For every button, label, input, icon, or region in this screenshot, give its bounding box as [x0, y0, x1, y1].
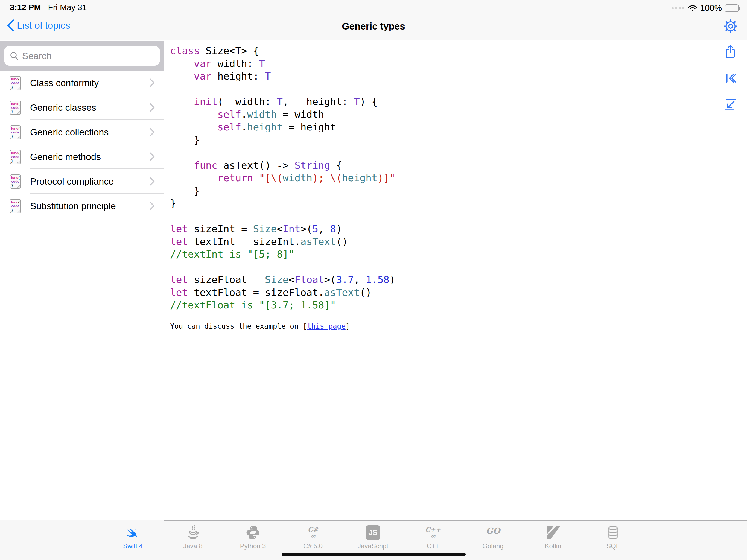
code-line: let textInt = sizeInt.asText(): [170, 235, 395, 248]
code-line: //textFloat is "[3.7; 1.58]": [170, 299, 395, 312]
battery-icon: [725, 4, 739, 12]
status-date: Fri May 31: [48, 3, 87, 12]
tab-label: Python 3: [223, 542, 283, 550]
cellular-dots-icon: [672, 7, 685, 9]
python-icon: [245, 525, 261, 540]
tab-label: Kotlin: [523, 542, 583, 550]
skip-to-start-icon: [723, 71, 737, 85]
discuss-text: You can discuss the example on [this pag…: [170, 320, 350, 333]
code-doc-icon: func{ code }: [10, 175, 21, 189]
top-chrome: 3:12 PM Fri May 31 100% List of topics G…: [0, 0, 747, 41]
search-header: Search: [0, 41, 164, 71]
topic-label: Generic collections: [30, 120, 108, 144]
code-line: //textInt is "[5; 8]": [170, 248, 395, 261]
tab-label: Java 8: [163, 542, 223, 550]
js-icon: JS: [366, 525, 380, 540]
code-line: [170, 210, 395, 223]
tab-label: Golang: [463, 542, 523, 550]
code-doc-icon: func{ code }: [10, 76, 21, 90]
code-doc-icon: func{ code }: [10, 125, 21, 139]
code-line: var height: T: [170, 70, 395, 83]
code-line: let sizeInt = Size<Int>(5, 8): [170, 223, 395, 235]
topic-label: Protocol compliance: [30, 169, 114, 194]
code-doc-icon: func{ code }: [10, 199, 21, 213]
golang-icon: GO: [486, 527, 500, 538]
tab-label: C++: [403, 542, 463, 550]
search-placeholder: Search: [22, 51, 52, 61]
code-line: class Size<T> {: [170, 45, 395, 57]
home-indicator[interactable]: [282, 553, 466, 556]
sidebar-topic-row[interactable]: func{ code } Substitution principle: [0, 194, 164, 218]
tab-sql[interactable]: SQL: [583, 520, 643, 560]
code-line: init(_ width: T, _ height: T) {: [170, 96, 395, 108]
csharp-icon: C# ∞: [308, 526, 318, 539]
code-line: return "[\(width); \(height)]": [170, 172, 395, 184]
code-line: [170, 146, 395, 159]
battery-percent: 100%: [700, 3, 722, 13]
tab-label: C# 5.0: [283, 542, 343, 550]
topic-label: Generic classes: [30, 95, 96, 120]
tab-golang[interactable]: GO Golang: [463, 520, 523, 560]
status-time: 3:12 PM: [10, 3, 41, 12]
chevron-right-icon: [149, 127, 155, 137]
skip-to-start-button[interactable]: [723, 71, 737, 85]
sidebar: Search func{ code } Class conformity fun…: [0, 41, 164, 520]
tab-label: SQL: [583, 542, 643, 550]
page-title: Generic types: [0, 21, 747, 32]
topic-label: Substitution principle: [30, 194, 116, 218]
code-line: }: [170, 184, 395, 198]
status-right: 100%: [672, 3, 739, 13]
code-line: [170, 261, 395, 274]
jump-down-left-icon: [723, 97, 737, 111]
topic-list: func{ code } Class conformity func{ code…: [0, 71, 164, 218]
code-line: self.width = width: [170, 108, 395, 121]
sidebar-topic-row[interactable]: func{ code } Generic classes: [0, 95, 164, 120]
tab-swift[interactable]: Swift 4: [103, 520, 163, 560]
wifi-icon: [688, 5, 697, 12]
chevron-right-icon: [149, 152, 155, 161]
sidebar-topic-row[interactable]: func{ code } Generic methods: [0, 144, 164, 169]
code-line: [170, 83, 395, 96]
java-icon: [185, 525, 201, 540]
code-line: let sizeFloat = Size<Float>(3.7, 1.58): [170, 274, 395, 286]
tab-java[interactable]: Java 8: [163, 520, 223, 560]
chevron-right-icon: [149, 177, 155, 186]
gear-icon: [723, 19, 738, 33]
kotlin-icon: [545, 525, 561, 540]
tab-kotlin[interactable]: Kotlin: [523, 520, 583, 560]
cpp-icon: C++ ∞: [425, 526, 441, 539]
code-doc-icon: func{ code }: [10, 150, 21, 164]
code-line: func asText() -> String {: [170, 159, 395, 172]
sql-icon: [606, 525, 621, 540]
discuss-link[interactable]: this page: [307, 322, 345, 330]
settings-button[interactable]: [723, 19, 738, 33]
status-left: 3:12 PM Fri May 31: [10, 3, 87, 12]
chevron-right-icon: [149, 103, 155, 112]
code-line: self.height = height: [170, 121, 395, 134]
sidebar-topic-row[interactable]: func{ code } Protocol compliance: [0, 169, 164, 194]
jump-down-left-button[interactable]: [723, 97, 737, 111]
swift-icon: [125, 525, 140, 540]
search-input[interactable]: Search: [4, 46, 160, 66]
code-line: let textFloat = sizeFloat.asText(): [170, 286, 395, 299]
share-button[interactable]: [723, 44, 737, 58]
chevron-right-icon: [149, 201, 155, 210]
search-icon: [9, 51, 19, 60]
share-icon: [723, 44, 737, 58]
topic-label: Class conformity: [30, 71, 99, 95]
tab-label: Swift 4: [103, 542, 163, 550]
topic-label: Generic methods: [30, 144, 101, 169]
tab-python[interactable]: Python 3: [223, 520, 283, 560]
sidebar-topic-row[interactable]: func{ code } Generic collections: [0, 120, 164, 144]
code-block: class Size<T> { var width: T var height:…: [170, 45, 395, 312]
code-line: var width: T: [170, 57, 395, 70]
code-line: }: [170, 134, 395, 147]
code-line: }: [170, 197, 395, 210]
tab-label: JavaScript: [343, 542, 403, 550]
code-doc-icon: func{ code }: [10, 101, 21, 115]
chevron-right-icon: [149, 78, 155, 87]
sidebar-topic-row[interactable]: func{ code } Class conformity: [0, 71, 164, 95]
